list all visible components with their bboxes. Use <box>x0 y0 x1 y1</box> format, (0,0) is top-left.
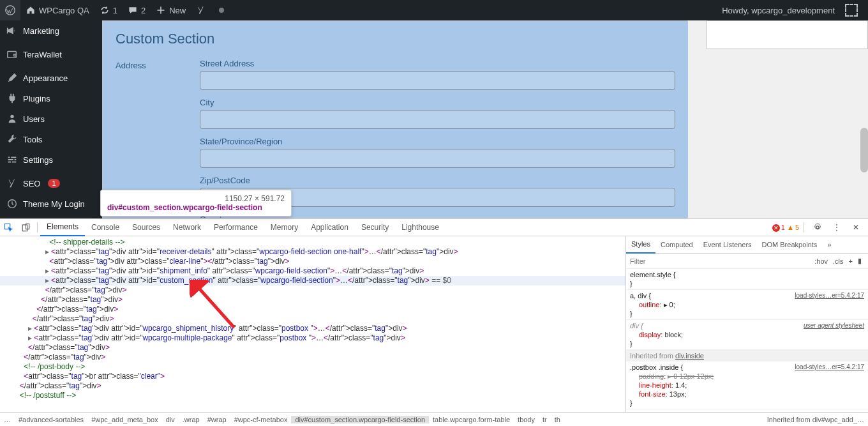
new-content[interactable]: New <box>151 0 191 20</box>
cls-toggle[interactable]: .cls <box>830 256 846 266</box>
css-rule[interactable]: element.style {} <box>626 269 868 290</box>
sidebar-item-tools[interactable]: Tools <box>0 129 102 149</box>
dom-line[interactable]: </attr">class="tag">div> <box>0 314 625 324</box>
sidebar-item-wdes-mobile[interactable]: WDES Mobile <box>0 214 102 218</box>
dom-line[interactable]: ▸ <attr">class="tag">div attr">id="wpcar… <box>0 333 625 343</box>
dom-line[interactable]: ▸ <attr">class="tag">div attr">id="custo… <box>0 276 625 285</box>
error-count[interactable]: ✕1 <box>772 224 785 232</box>
dom-line[interactable]: <attr">class="tag">div attr">class="clea… <box>0 257 625 266</box>
styles-more-icon[interactable]: ▮ <box>855 255 864 266</box>
svg-point-1 <box>219 8 224 13</box>
device-icon[interactable] <box>17 219 34 236</box>
wallet-icon <box>6 49 18 60</box>
sidebar-item-label: Plugins <box>23 94 50 103</box>
dom-line[interactable]: </attr">class="tag">div> <box>0 305 625 314</box>
sidebar-item-plugins[interactable]: Plugins <box>0 88 102 109</box>
dom-line[interactable]: </attr">class="tag">div> <box>0 285 625 295</box>
add-rule[interactable]: + <box>846 256 855 266</box>
section-title: Custom Section <box>116 31 675 47</box>
updates[interactable]: 1 <box>94 0 123 20</box>
sidebar-item-settings[interactable]: Settings <box>0 149 102 170</box>
crumb[interactable]: div#custom_section.wpcargo-field-section <box>291 416 429 423</box>
devtools-tab-console[interactable]: Console <box>85 219 126 236</box>
my-account[interactable]: Howdy, wpcargo_development <box>717 0 840 20</box>
hov-toggle[interactable]: :hov <box>812 256 830 266</box>
crumb[interactable]: #advanced-sortables <box>15 416 87 423</box>
inspect-icon[interactable] <box>0 219 17 236</box>
crumb[interactable]: #wpc-cf-metabox <box>230 416 292 423</box>
dom-line[interactable]: <!-- /post-body --> <box>0 362 625 372</box>
devtools-tab-security[interactable]: Security <box>355 219 395 236</box>
close-icon[interactable]: ✕ <box>847 219 864 236</box>
devtools-tab-memory[interactable]: Memory <box>264 219 304 236</box>
dom-line[interactable]: <attr">class="tag">br attr">class="clear… <box>0 372 625 381</box>
login-icon <box>6 198 18 209</box>
sidebar-item-seo[interactable]: SEO1 <box>0 173 102 194</box>
dom-line[interactable]: <!-- shipper-details --> <box>0 238 625 247</box>
styles-tab-styles[interactable]: Styles <box>626 236 655 254</box>
devtools-tab-performance[interactable]: Performance <box>207 219 264 236</box>
dom-line[interactable]: </attr">class="tag">div> <box>0 353 625 362</box>
devtools-tab-lighthouse[interactable]: Lighthouse <box>395 219 445 236</box>
sidebar-item-users[interactable]: Users <box>0 109 102 129</box>
scrollbar-thumb[interactable] <box>860 128 868 172</box>
dom-line[interactable]: </attr">class="tag">div> <box>0 343 625 353</box>
state-input[interactable] <box>200 149 675 168</box>
sidebar-item-theme-my-login[interactable]: Theme My Login <box>0 194 102 214</box>
styles-tabs-more[interactable]: » <box>822 236 836 254</box>
crumb[interactable]: #wrap <box>204 416 230 423</box>
breadcrumb-right[interactable]: Inherited from div#wpc_add_… <box>763 416 868 423</box>
new-label: New <box>169 6 186 15</box>
city-label: City <box>200 98 675 107</box>
styles-tab-computed[interactable]: Computed <box>655 236 698 254</box>
crumb[interactable]: … <box>0 416 15 423</box>
styles-tab-event-listeners[interactable]: Event Listeners <box>698 236 757 254</box>
devtools-tab-sources[interactable]: Sources <box>126 219 167 236</box>
warning-count[interactable]: ▲5 <box>787 224 799 231</box>
sidebar-item-label: Tools <box>23 135 42 144</box>
dom-line[interactable]: ▸ <attr">class="tag">div attr">id="shipm… <box>0 266 625 276</box>
dom-line[interactable]: </attr">class="tag">div> <box>0 381 625 391</box>
crumb[interactable]: th <box>551 416 564 423</box>
css-rule[interactable]: user agent stylesheetdiv {display: block… <box>626 320 868 350</box>
styles-filter-input[interactable] <box>630 257 812 265</box>
dom-line[interactable]: ▸ <attr">class="tag">div attr">id="wpcar… <box>0 324 625 333</box>
fullscreen-toggle[interactable] <box>840 0 863 20</box>
gear-icon[interactable] <box>809 219 826 236</box>
seo-icon <box>6 178 18 189</box>
brush-icon <box>6 72 18 84</box>
devtools-tab-application[interactable]: Application <box>304 219 355 236</box>
crumb[interactable]: table.wpcargo.form-table <box>429 416 514 423</box>
meta-box-empty <box>707 20 868 49</box>
debug-ab[interactable] <box>211 0 232 20</box>
dom-line[interactable]: <!-- /poststuff --> <box>0 391 625 400</box>
comments[interactable]: 2 <box>123 0 151 20</box>
street-input[interactable] <box>200 71 675 90</box>
dom-line[interactable]: ▸ <attr">class="tag">div attr">id="recei… <box>0 247 625 257</box>
css-rule[interactable]: load-styles…er=5.4.2:17.postbox .inside … <box>626 361 868 409</box>
crumb[interactable]: tbody <box>514 416 539 423</box>
sidebar-item-marketing[interactable]: Marketing <box>0 20 102 41</box>
sidebar-item-label: TeraWallet <box>23 50 62 59</box>
wp-logo[interactable] <box>0 0 20 20</box>
css-rule[interactable]: load-styles…er=5.4.2:17a, div {outline: … <box>626 290 868 320</box>
city-input[interactable] <box>200 110 675 129</box>
crumb[interactable]: tr <box>539 416 551 423</box>
styles-tab-dom-breakpoints[interactable]: DOM Breakpoints <box>757 236 823 254</box>
site-name[interactable]: WPCargo QA <box>20 0 94 20</box>
sidebar-item-terawallet[interactable]: TeraWallet <box>0 44 102 65</box>
sidebar-item-appearance[interactable]: Appearance <box>0 68 102 88</box>
plug-icon <box>6 93 18 104</box>
crumb[interactable]: div <box>162 416 179 423</box>
seo-ab[interactable] <box>191 0 211 20</box>
dom-line[interactable]: </attr">class="tag">div> <box>0 295 625 305</box>
wp-admin-bar: WPCargo QA 1 2 New Howdy, wpcargo_develo… <box>0 0 868 20</box>
element-tooltip: 1150.27 × 591.72 div#custom_section.wpca… <box>100 190 292 217</box>
devtools-tab-elements[interactable]: Elements <box>40 219 85 236</box>
crumb[interactable]: .wrap <box>179 416 204 423</box>
crumb[interactable]: #wpc_add_meta_box <box>87 416 162 423</box>
main-content: Custom Section Address Street Address Ci… <box>102 20 868 218</box>
devtools-tab-network[interactable]: Network <box>167 219 207 236</box>
kebab-icon[interactable]: ⋮ <box>828 219 845 236</box>
dom-tree[interactable]: <!-- shipper-details --> ▸ <attr">class=… <box>0 236 625 412</box>
